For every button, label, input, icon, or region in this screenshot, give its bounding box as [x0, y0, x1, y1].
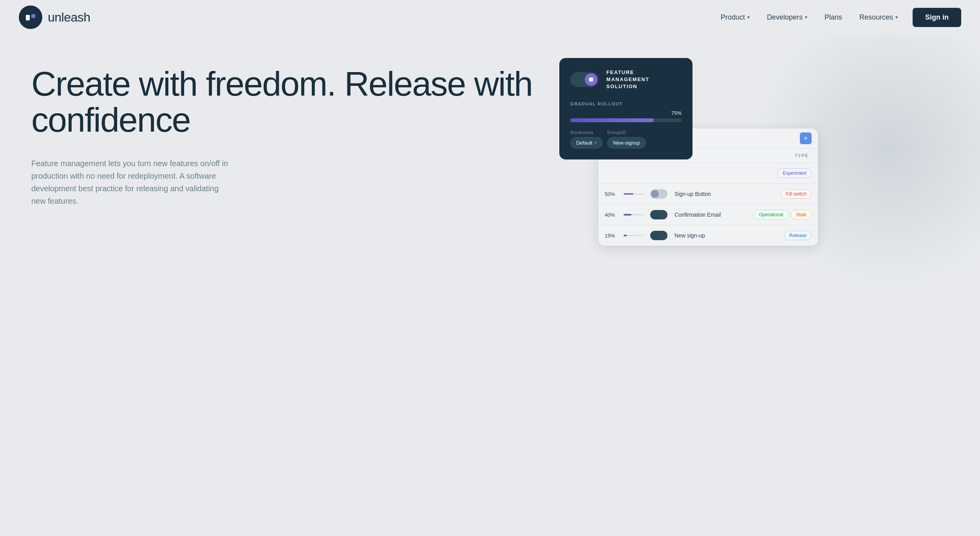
operational-tag: Operational [754, 210, 788, 219]
kill-switch-tag: Kill switch [781, 189, 812, 199]
nav-item-developers[interactable]: Developers ▾ [760, 9, 814, 25]
table-row-new-signup: 15% New sign-up Release [598, 225, 818, 246]
card-title: FEATURE MANAGEMENT SOLUTION [606, 69, 649, 91]
row-toggle-3[interactable] [650, 231, 667, 240]
row-percent-1: 50% [605, 191, 619, 197]
tags-3: Release [741, 231, 812, 240]
stickiness-value: Default [576, 140, 592, 146]
groupid-pill[interactable]: New-signup [607, 137, 646, 148]
rollout-label: GRADUAL ROLLOUT [570, 101, 682, 106]
row-bar-1 [624, 193, 643, 195]
stickiness-pill[interactable]: Default ▾ [570, 137, 602, 148]
groupid-value: New-signup [613, 140, 640, 146]
row-name-3: New sign-up [674, 232, 736, 239]
toggle-knob [585, 73, 597, 86]
table-row: Experiment [598, 163, 818, 184]
row-name-1: Sign-up Button [674, 191, 736, 197]
hero-right: FEATURE MANAGEMENT SOLUTION GRADUAL ROLL… [536, 50, 949, 270]
groupid-option: GroupID New-signup [607, 130, 646, 148]
row-percent-2: 40% [605, 212, 619, 218]
row-bar-3 [624, 235, 643, 236]
rollout-options: Stickiness Default ▾ GroupID New-signup [570, 130, 682, 148]
type-column-header: TYPE [795, 150, 818, 161]
feature-toggle[interactable] [570, 72, 598, 87]
developers-chevron-icon: ▾ [805, 14, 807, 20]
hero-left: Create with freedom. Release with confid… [31, 58, 536, 207]
stickiness-arrow-icon: ▾ [595, 141, 597, 145]
hero-description: Feature management lets you turn new fea… [31, 157, 235, 207]
row-bar-fill-3 [624, 235, 627, 236]
stale-tag: Stale [791, 210, 812, 219]
card-header: FEATURE MANAGEMENT SOLUTION [570, 69, 682, 91]
toggle-knob-2 [659, 211, 667, 219]
nav-item-resources[interactable]: Resources ▾ [852, 9, 905, 25]
nav-item-plans[interactable]: Plans [817, 9, 849, 25]
tags-1: Kill switch [741, 189, 812, 199]
rollout-bar-fill [570, 118, 654, 122]
tags-2: Operational Stale [741, 210, 812, 219]
resources-chevron-icon: ▾ [895, 14, 898, 20]
toggle-knob-3 [659, 232, 667, 239]
svg-rect-1 [31, 14, 35, 18]
experiment-tag: Experiment [777, 168, 812, 178]
hero-section: Create with freedom. Release with confid… [0, 34, 980, 536]
release-tag: Release [784, 231, 812, 240]
nav-item-product[interactable]: Product ▾ [714, 9, 757, 25]
signin-button[interactable]: Sign in [913, 8, 961, 27]
table-row-confirmation-email: 40% Confirmation Email Operational Stale [598, 205, 818, 225]
table-row-signup-button: 50% Sign-up Button Kill switch [598, 184, 818, 205]
experiment-tags: Experiment [741, 168, 812, 178]
row-toggle-1[interactable] [650, 189, 667, 199]
nav-links: Product ▾ Developers ▾ Plans Resources ▾… [714, 8, 961, 27]
row-percent-3: 15% [605, 233, 619, 239]
navbar: unleash Product ▾ Developers ▾ Plans Res… [0, 0, 980, 34]
product-chevron-icon: ▾ [747, 14, 750, 20]
logo-icon [19, 5, 42, 29]
row-bar-2 [624, 214, 643, 215]
row-bar-fill-2 [624, 214, 631, 215]
toggle-knob-1 [651, 190, 659, 198]
row-name-2: Confirmation Email [674, 212, 736, 218]
hero-title: Create with freedom. Release with confid… [31, 66, 536, 138]
row-toggle-2[interactable] [650, 210, 667, 219]
rollout-bar-bg [570, 118, 682, 122]
stickiness-option: Stickiness Default ▾ [570, 130, 602, 148]
svg-rect-0 [26, 15, 30, 20]
groupid-label: GroupID [607, 130, 646, 135]
add-feature-button[interactable]: + [800, 132, 812, 144]
stickiness-label: Stickiness [570, 130, 602, 135]
feature-management-card: FEATURE MANAGEMENT SOLUTION GRADUAL ROLL… [559, 58, 693, 159]
rollout-percent: 75% [570, 110, 682, 116]
logo-area[interactable]: unleash [19, 5, 90, 29]
row-bar-fill-1 [624, 193, 633, 195]
brand-name: unleash [48, 10, 90, 25]
